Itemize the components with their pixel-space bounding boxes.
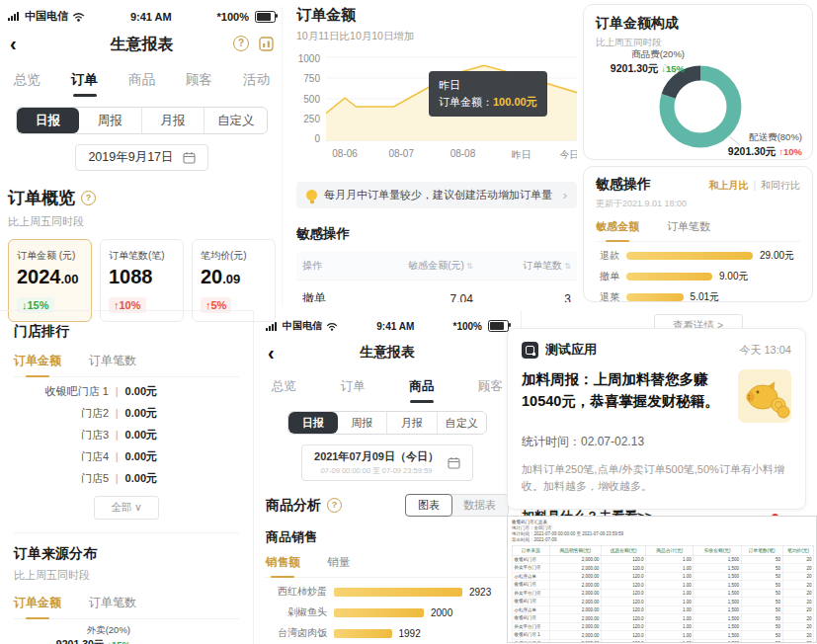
store-row-1: 门店2|0.00元 [14, 406, 239, 421]
bar-row-0: 退款29.00元 [596, 249, 800, 263]
product-analysis-title: 商品分析 [266, 497, 321, 515]
source-metric-tab-1[interactable]: 订单笔数 [89, 595, 136, 611]
source-metric-tab-0[interactable]: 订单金额 [14, 595, 61, 611]
phone1-tab-4[interactable]: 活动 [243, 71, 270, 97]
compare-peers-link[interactable]: 和同行比 [761, 180, 800, 191]
notification-title: 加料周报：上周加料替您多赚 10540元，恭喜掌握发财秘籍。 [522, 369, 728, 427]
phone2-tab-1[interactable]: 订单 [341, 378, 366, 403]
sens-metric-tab-1[interactable]: 订单笔数 [667, 219, 710, 234]
top-tabs: 总览订单商品顾客活动 [8, 59, 276, 97]
table-header-0[interactable]: 操作 [296, 252, 355, 281]
x-tick: 08-07 [388, 148, 414, 159]
phone2-period-1[interactable]: 周报 [338, 412, 387, 434]
sales-metric-tab-1[interactable]: 销量 [328, 555, 351, 570]
y-axis-labels: 10007505002500 [296, 53, 326, 144]
store-value: 0.00元 [125, 384, 157, 399]
store-row-0: 收银吧门店 1|0.00元 [14, 384, 239, 399]
bar-fill [334, 608, 424, 617]
sales-metric-tabs: 销售额销量 [266, 555, 509, 578]
store-value: 0.00元 [125, 471, 157, 486]
compare-last-month-link[interactable]: 和上月比 [708, 180, 748, 191]
app-name: 测试应用 [545, 341, 732, 359]
composition-donut-chart: 商品费(20%)9201.30元 ↓15%配送费(80%)9201.30元 ↑1… [596, 51, 800, 154]
phone1-tab-2[interactable]: 商品 [128, 71, 155, 97]
spreadsheet-meta: 收银机门店汇总表统计门店：全部门店统计时间：2021-07-09 00:00:0… [508, 517, 817, 543]
bar-value: 1992 [399, 628, 421, 639]
clock: 9:41 AM [342, 321, 449, 332]
phone1-tab-0[interactable]: 总览 [14, 71, 41, 97]
chart-title: 订单金额 [296, 6, 577, 25]
phone2-tab-0[interactable]: 总览 [272, 378, 296, 403]
order-source-title: 订单来源分布 [14, 545, 97, 563]
phone1-period-3[interactable]: 自定义 [204, 108, 267, 133]
phone2-tab-2[interactable]: 商品 [409, 378, 434, 403]
help-icon[interactable]: ? [81, 191, 96, 205]
back-button[interactable]: ‹ [10, 32, 17, 55]
donut-label-br: 配送费(80%)9201.30元 ↑10% [728, 130, 802, 160]
stat-card-label: 订单笔数(笔) [109, 249, 175, 263]
sales-metric-tab-0[interactable]: 销售额 [266, 555, 300, 570]
date-picker[interactable]: 2019年9月17日 [75, 144, 207, 171]
store-value: 0.00元 [125, 406, 157, 421]
donut-label-tl: 外卖(20%)9201.30元 ↓15% [20, 623, 130, 644]
spreadsheet: 收银机门店汇总表统计门店：全部门店统计时间：2021-07-09 00:00:0… [508, 517, 817, 643]
date-picker[interactable]: 2021年07月09日（今日） 07-09 00:00:00 至 07-09 2… [301, 444, 473, 481]
store-metric-tab-1[interactable]: 订单笔数 [89, 353, 136, 369]
y-tick: 250 [296, 114, 320, 124]
bar-label: 西红柿炒蛋 [266, 585, 327, 599]
table-header-1[interactable]: 敏感金额(元) ⇅ [355, 252, 479, 281]
phone2-tab-3[interactable]: 顾客 [478, 378, 503, 403]
all-stores-button[interactable]: 全部 ∨ [94, 496, 159, 520]
phone1-period-1[interactable]: 周报 [79, 108, 141, 133]
phone1-period-2[interactable]: 月报 [141, 108, 204, 133]
x-tick: 今日 [559, 148, 577, 162]
back-button[interactable]: ‹ [268, 341, 275, 364]
store-value: 0.00元 [125, 428, 157, 443]
phone1-tab-1[interactable]: 订单 [71, 71, 98, 97]
store-separator: | [116, 451, 119, 462]
phone2-period-3[interactable]: 自定义 [437, 412, 487, 434]
date-label: 2019年9月17日 [88, 149, 173, 166]
panel-sensitive-operations: 敏感操作 和上月比|和同行比 更新于2021.9.01 18:00 敏感金额订单… [583, 166, 813, 302]
panel-order-amount-composition: 订单金额构成 比上周五同时段 商品费(20%)9201.30元 ↓15%配送费(… [583, 4, 813, 160]
wifi-icon [72, 12, 85, 22]
phone2-period-2[interactable]: 月报 [386, 412, 437, 434]
product-sales-title: 商品销售 [266, 528, 509, 546]
phone1-tab-3[interactable]: 顾客 [186, 71, 212, 97]
bar-label: 退款 [596, 249, 619, 263]
panel-order-amount-trend: 订单金额 10月11日比10月10日增加 10007505002500 昨日 订… [296, 6, 577, 302]
sens-metric-tab-0[interactable]: 敏感金额 [596, 219, 639, 234]
y-tick: 0 [296, 133, 320, 144]
donut-label-tl: 商品费(20%)9201.30元 ↓15% [592, 47, 685, 77]
report-period-segmented: 日报周报月报自定义 [287, 411, 487, 435]
divider [14, 532, 239, 533]
store-separator: | [116, 386, 119, 397]
phone1-period-0[interactable]: 日报 [17, 108, 79, 133]
phone2-period-0[interactable]: 日报 [288, 412, 338, 434]
bulb-icon [306, 190, 317, 201]
signal-icon [8, 12, 19, 21]
help-icon[interactable]: ? [233, 36, 249, 51]
suggestion-banner[interactable]: 每月月中订单量较少，建议创建活动增加订单量 › [296, 182, 577, 208]
store-metric-tab-0[interactable]: 订单金额 [14, 353, 61, 369]
store-ranking-title: 门店排行 [14, 323, 69, 341]
gold-pig-icon [738, 369, 791, 427]
x-tick: 08-06 [332, 148, 358, 159]
nav-bar: ‹ 生意报表 [266, 341, 509, 368]
view-toggle-1[interactable]: 数据表 [451, 495, 508, 516]
report-icon[interactable] [259, 37, 274, 51]
stat-period: 统计时间：02.07-02.13 [522, 434, 791, 450]
store-separator: | [116, 408, 119, 419]
stat-card-label: 订单金额 (元) [17, 249, 83, 263]
table-header-2[interactable]: 订单笔数 ⇅ [479, 252, 577, 281]
composition-title: 订单金额构成 [596, 15, 800, 33]
bar-fill [626, 273, 712, 281]
help-icon[interactable]: ? [327, 498, 342, 513]
bar-value: 29.00元 [760, 249, 794, 263]
signal-icon [266, 322, 277, 331]
x-tick: 昨日 [512, 148, 531, 162]
battery-icon [255, 11, 276, 23]
view-toggle-0[interactable]: 图表 [405, 494, 452, 517]
order-overview-title: 订单概览 [8, 187, 75, 209]
tooltip-title: 昨日 [439, 77, 537, 94]
